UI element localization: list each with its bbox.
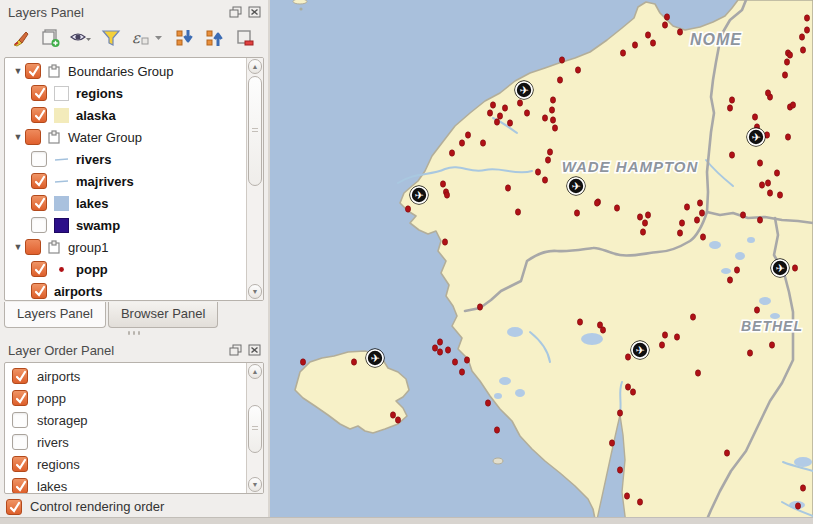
collapse-all-icon[interactable] xyxy=(202,25,228,51)
order-label: popp xyxy=(37,391,66,406)
lake xyxy=(494,393,502,399)
popp-point xyxy=(351,359,356,365)
scroll-down-icon[interactable]: ▼ xyxy=(248,284,262,299)
control-rendering-order[interactable]: Control rendering order xyxy=(6,496,164,517)
popp-point xyxy=(662,22,667,28)
popp-point xyxy=(724,450,729,456)
tree-layer-popp[interactable]: popp xyxy=(5,258,245,280)
lake xyxy=(759,297,771,305)
tab-browser-panel[interactable]: Browser Panel xyxy=(108,302,219,328)
layer-checkbox[interactable] xyxy=(31,217,47,233)
tree-layer-lakes[interactable]: lakes xyxy=(5,192,245,214)
tree-layer-airports[interactable]: airports xyxy=(5,280,245,301)
popp-point xyxy=(699,210,704,216)
order-checkbox[interactable] xyxy=(12,456,28,472)
order-label: regions xyxy=(37,457,80,472)
tree-layer-majrivers[interactable]: majrivers xyxy=(5,170,245,192)
control-rendering-order-checkbox[interactable] xyxy=(6,499,22,515)
order-checkbox[interactable] xyxy=(12,478,28,494)
layers-panel-titlebar: Layers Panel xyxy=(0,0,268,22)
add-group-icon[interactable] xyxy=(38,25,64,51)
layer-order-panel-titlebar: Layer Order Panel xyxy=(0,338,268,360)
order-label: rivers xyxy=(37,435,69,450)
popp-point xyxy=(695,370,700,376)
dock-area: Layers Panel ε xyxy=(0,0,268,517)
order-item-regions[interactable]: regions xyxy=(5,453,263,475)
close-icon[interactable] xyxy=(248,344,262,357)
expander-icon[interactable]: ▼ xyxy=(11,242,25,252)
layer-checkbox[interactable] xyxy=(31,195,47,211)
layer-checkbox[interactable] xyxy=(31,151,47,167)
popp-point xyxy=(600,327,605,333)
order-item-lakes[interactable]: lakes xyxy=(5,475,263,494)
lake xyxy=(499,377,511,385)
layer-checkbox[interactable] xyxy=(31,107,47,123)
group-checkbox[interactable] xyxy=(25,63,41,79)
order-checkbox[interactable] xyxy=(12,368,28,384)
tree-group-water-group[interactable]: ▼Water Group xyxy=(5,126,245,148)
scroll-up-icon[interactable]: ▲ xyxy=(248,59,262,74)
order-checkbox[interactable] xyxy=(12,434,28,450)
popp-point xyxy=(630,389,635,395)
airport-icon: ✈ xyxy=(747,128,765,146)
layers-panel-toolbar: ε xyxy=(0,22,268,54)
group-label: Boundaries Group xyxy=(68,64,174,79)
layer-checkbox[interactable] xyxy=(31,261,47,277)
order-label: lakes xyxy=(37,479,67,494)
expander-icon[interactable]: ▼ xyxy=(11,132,25,142)
svg-text:ε: ε xyxy=(132,29,141,47)
group-checkbox[interactable] xyxy=(25,129,41,145)
order-item-storagep[interactable]: storagep xyxy=(5,409,263,431)
expand-all-icon[interactable] xyxy=(172,25,198,51)
tree-group-group1[interactable]: ▼group1 xyxy=(5,236,245,258)
layer-checkbox[interactable] xyxy=(31,283,47,299)
tree-layer-alaska[interactable]: alaska xyxy=(5,104,245,126)
order-item-popp[interactable]: popp xyxy=(5,387,263,409)
layer-checkbox[interactable] xyxy=(31,85,47,101)
popp-point xyxy=(405,206,410,212)
order-checkbox[interactable] xyxy=(12,412,28,428)
close-icon[interactable] xyxy=(248,6,262,19)
layer-checkbox[interactable] xyxy=(31,173,47,189)
paintbrush-icon[interactable] xyxy=(8,25,34,51)
tree-layer-rivers[interactable]: rivers xyxy=(5,148,245,170)
float-icon[interactable] xyxy=(229,6,243,19)
scroll-up-icon[interactable]: ▲ xyxy=(248,364,262,379)
popp-point xyxy=(542,177,547,183)
popp-point xyxy=(620,50,625,56)
popp-point xyxy=(637,214,642,220)
eye-dropdown-icon[interactable] xyxy=(68,25,94,51)
popp-point xyxy=(465,132,470,138)
tree-group-boundaries-group[interactable]: ▼Boundaries Group xyxy=(5,60,245,82)
funnel-icon[interactable] xyxy=(98,25,124,51)
expression-dropdown-icon[interactable]: ε xyxy=(128,25,168,51)
layers-tree-scrollbar[interactable]: ▲ ▼ xyxy=(246,58,263,300)
popp-point xyxy=(442,239,447,245)
splitter-handle[interactable] xyxy=(0,331,268,337)
scroll-down-icon[interactable]: ▼ xyxy=(248,477,262,492)
popp-point xyxy=(650,40,655,46)
order-checkbox[interactable] xyxy=(12,390,28,406)
tree-layer-swamp[interactable]: swamp xyxy=(5,214,245,236)
layer-symbol-swatch xyxy=(54,196,69,211)
region-label-wade-hampton: WADE HAMPTON xyxy=(562,158,699,175)
map-canvas[interactable]: ✈✈✈✈✈✈✈ NOMEWADE HAMPTONBETHEL xyxy=(268,0,813,517)
remove-layer-icon[interactable] xyxy=(232,25,258,51)
popp-point xyxy=(765,90,770,96)
tab-layers-panel[interactable]: Layers Panel xyxy=(4,302,106,328)
order-item-airports[interactable]: airports xyxy=(5,365,263,387)
layer-order-scrollbar[interactable]: ▲ ▼ xyxy=(246,363,263,493)
popp-point xyxy=(502,105,507,111)
popp-point xyxy=(459,140,464,146)
tree-layer-regions[interactable]: regions xyxy=(5,82,245,104)
popp-point xyxy=(757,160,762,166)
popp-point xyxy=(549,107,554,113)
svg-text:✈: ✈ xyxy=(370,352,379,364)
group-checkbox[interactable] xyxy=(25,239,41,255)
popp-point xyxy=(494,427,499,433)
float-icon[interactable] xyxy=(229,344,243,357)
order-item-rivers[interactable]: rivers xyxy=(5,431,263,453)
expander-icon[interactable]: ▼ xyxy=(11,66,25,76)
popp-point xyxy=(727,277,732,283)
popp-point xyxy=(505,185,510,191)
